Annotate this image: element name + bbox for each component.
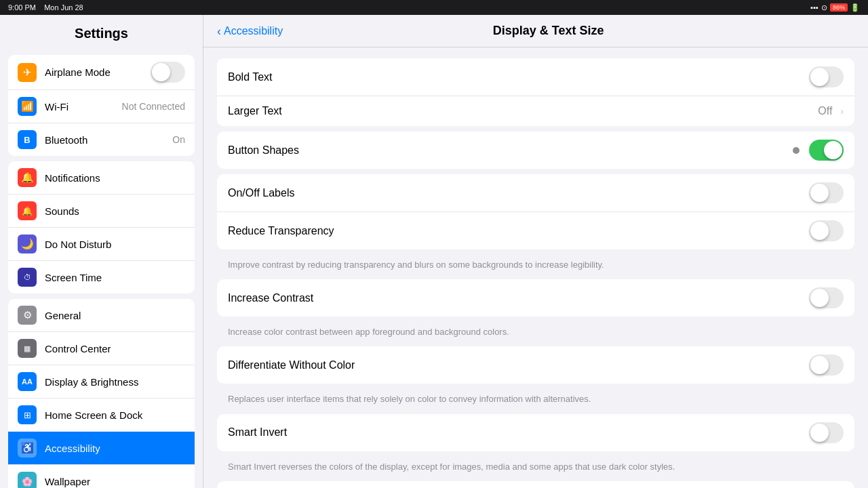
increase-contrast-desc: Increase color contrast between app fore… xyxy=(217,322,854,346)
sounds-label: Sounds xyxy=(45,205,185,217)
signal-icon: ▪▪▪ xyxy=(810,3,818,12)
home-screen-label: Home Screen & Dock xyxy=(45,409,185,421)
wifi-value: Not Connected xyxy=(122,101,185,112)
notifications-label: Notifications xyxy=(45,172,185,184)
status-bar: 9:00 PM Mon Jun 28 ▪▪▪ ⊙ 86% 🔋 xyxy=(0,0,868,15)
sidebar-item-wifi[interactable]: 📶 Wi-Fi Not Connected xyxy=(8,90,195,123)
settings-row-differentiate[interactable]: Differentiate Without Color xyxy=(217,346,854,384)
back-chevron-icon: ‹ xyxy=(217,25,221,37)
bold-text-label: Bold Text xyxy=(228,71,809,83)
settings-group-classic-invert: Classic Invert xyxy=(217,481,854,488)
control-center-label: Control Center xyxy=(45,343,185,354)
button-shapes-dot xyxy=(793,147,800,154)
airplane-mode-toggle[interactable] xyxy=(151,62,185,83)
sidebar-group-system: 🔔 Notifications 🔔 Sounds 🌙 Do Not Distur… xyxy=(8,161,195,293)
sidebar-group-connectivity: ✈ Airplane Mode 📶 Wi-Fi Not Connected B … xyxy=(8,55,195,156)
settings-row-classic-invert[interactable]: Classic Invert xyxy=(217,481,854,488)
wallpaper-label: Wallpaper xyxy=(45,476,185,487)
wallpaper-icon: 🌸 xyxy=(18,472,37,488)
dnd-label: Do Not Disturb xyxy=(45,239,185,250)
sidebar-item-display-brightness[interactable]: AA Display & Brightness xyxy=(8,365,195,399)
dnd-icon: 🌙 xyxy=(18,235,37,253)
toggle-knob xyxy=(810,68,829,86)
reduce-transparency-desc: Improve contrast by reducing transparenc… xyxy=(217,255,854,279)
wifi-icon: 📶 xyxy=(18,97,37,116)
settings-row-smart-invert[interactable]: Smart Invert xyxy=(217,414,854,451)
sidebar-item-wallpaper[interactable]: 🌸 Wallpaper xyxy=(8,465,195,488)
button-shapes-toggle[interactable] xyxy=(809,140,844,161)
settings-row-larger-text[interactable]: Larger Text Off › xyxy=(217,96,854,126)
differentiate-toggle[interactable] xyxy=(809,354,844,375)
toggle-knob xyxy=(810,222,829,240)
sidebar-item-do-not-disturb[interactable]: 🌙 Do Not Disturb xyxy=(8,228,195,261)
toggle-knob xyxy=(824,141,842,159)
settings-group-smart-invert: Smart Invert xyxy=(217,414,854,451)
airplane-mode-label: Airplane Mode xyxy=(45,66,142,78)
settings-row-reduce-transparency[interactable]: Reduce Transparency xyxy=(217,212,854,249)
reduce-transparency-label: Reduce Transparency xyxy=(228,225,809,237)
settings-group-button-shapes: Button Shapes xyxy=(217,131,854,169)
settings-group-onoff-reduce: On/Off Labels Reduce Transparency xyxy=(217,174,854,249)
general-label: General xyxy=(45,310,185,321)
chevron-right-icon: › xyxy=(840,106,844,117)
accessibility-icon: ♿ xyxy=(18,439,37,458)
smart-invert-label: Smart Invert xyxy=(228,426,809,439)
wifi-status-icon: ⊙ xyxy=(821,3,827,12)
notifications-icon: 🔔 xyxy=(18,168,37,187)
button-shapes-right xyxy=(793,140,844,161)
control-center-icon: ▦ xyxy=(18,339,37,358)
settings-group-increase-contrast: Increase Contrast xyxy=(217,279,854,317)
right-panel: ‹ Accessibility Display & Text Size Bold… xyxy=(203,15,868,488)
reduce-transparency-toggle[interactable] xyxy=(809,220,844,241)
panel-title: Display & Text Size xyxy=(283,24,814,38)
onoff-labels-toggle[interactable] xyxy=(809,182,844,203)
bluetooth-label: Bluetooth xyxy=(45,134,164,146)
wifi-label: Wi-Fi xyxy=(45,101,114,113)
onoff-labels-label: On/Off Labels xyxy=(228,187,809,199)
sidebar-item-home-screen[interactable]: ⊞ Home Screen & Dock xyxy=(8,399,195,432)
button-shapes-label: Button Shapes xyxy=(228,144,793,157)
main-container: Settings ✈ Airplane Mode 📶 Wi-Fi Not Con… xyxy=(0,15,868,488)
battery-icon: 🔋 xyxy=(850,3,860,12)
smart-invert-toggle[interactable] xyxy=(809,422,844,443)
back-label: Accessibility xyxy=(224,25,283,37)
toggle-knob xyxy=(810,424,829,442)
sidebar-item-accessibility[interactable]: ♿ Accessibility xyxy=(8,432,195,465)
sidebar-item-bluetooth[interactable]: B Bluetooth On xyxy=(8,123,195,156)
settings-row-bold-text[interactable]: Bold Text xyxy=(217,58,854,96)
sidebar-item-control-center[interactable]: ▦ Control Center xyxy=(8,332,195,365)
settings-row-onoff-labels[interactable]: On/Off Labels xyxy=(217,174,854,212)
sidebar-item-notifications[interactable]: 🔔 Notifications xyxy=(8,161,195,195)
display-brightness-label: Display & Brightness xyxy=(45,376,185,388)
sidebar: Settings ✈ Airplane Mode 📶 Wi-Fi Not Con… xyxy=(0,15,203,488)
sidebar-item-general[interactable]: ⚙ General xyxy=(8,299,195,332)
larger-text-value: Off xyxy=(818,105,832,117)
toggle-knob xyxy=(810,184,829,202)
toggle-knob xyxy=(810,356,829,374)
airplane-mode-icon: ✈ xyxy=(18,63,37,82)
screen-time-icon: ⏱ xyxy=(18,268,37,287)
accessibility-label: Accessibility xyxy=(45,443,185,454)
sidebar-item-screen-time[interactable]: ⏱ Screen Time xyxy=(8,261,195,293)
back-button[interactable]: ‹ Accessibility xyxy=(217,25,283,37)
bold-text-toggle[interactable] xyxy=(809,66,844,87)
settings-row-increase-contrast[interactable]: Increase Contrast xyxy=(217,279,854,317)
settings-group-text: Bold Text Larger Text Off › xyxy=(217,58,854,126)
battery-indicator: 86% xyxy=(830,3,848,12)
status-right: ▪▪▪ ⊙ 86% 🔋 xyxy=(810,3,860,12)
bluetooth-icon: B xyxy=(18,130,37,149)
sidebar-item-airplane-mode[interactable]: ✈ Airplane Mode xyxy=(8,55,195,90)
sounds-icon: 🔔 xyxy=(18,201,37,220)
status-time-date: 9:00 PM Mon Jun 28 xyxy=(8,3,83,12)
smart-invert-desc: Smart Invert reverses the colors of the … xyxy=(217,457,854,481)
sidebar-title: Settings xyxy=(0,15,203,49)
increase-contrast-toggle[interactable] xyxy=(809,287,844,308)
sidebar-item-sounds[interactable]: 🔔 Sounds xyxy=(8,195,195,228)
settings-list: Bold Text Larger Text Off › Button Shape… xyxy=(203,47,868,488)
panel-header: ‹ Accessibility Display & Text Size xyxy=(203,15,868,47)
display-brightness-icon: AA xyxy=(18,372,37,391)
home-screen-icon: ⊞ xyxy=(18,405,37,424)
differentiate-label: Differentiate Without Color xyxy=(228,359,809,371)
differentiate-desc: Replaces user interface items that rely … xyxy=(217,389,854,413)
settings-row-button-shapes[interactable]: Button Shapes xyxy=(217,131,854,169)
